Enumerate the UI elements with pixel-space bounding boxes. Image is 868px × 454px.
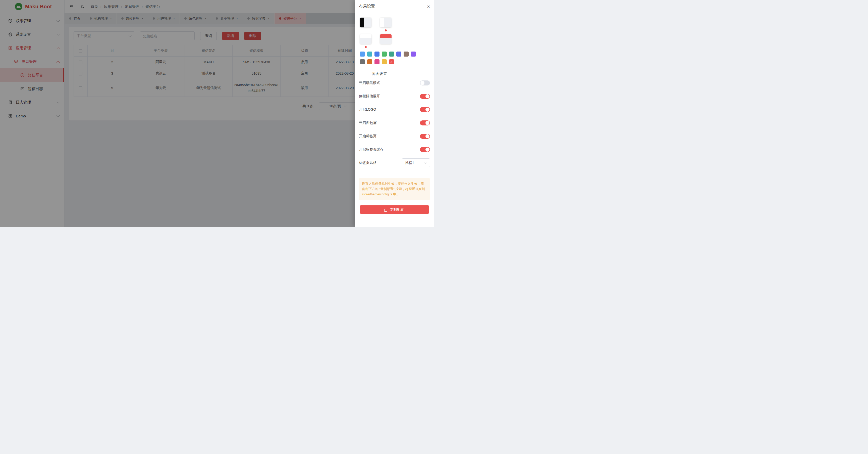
- theme-color-swatch[interactable]: [374, 52, 379, 57]
- tabs-cache-toggle[interactable]: [420, 147, 430, 152]
- check-icon: ✓: [390, 60, 393, 64]
- setting-sidebar-accordion: 侧栏排他展开: [359, 89, 430, 103]
- chevron-down-icon: [425, 161, 427, 164]
- theme-color-swatches: ✓: [359, 52, 419, 64]
- tabs-toggle[interactable]: [420, 134, 430, 139]
- layout-selected-dot: [385, 29, 387, 31]
- layout-option-light-sidebar[interactable]: [380, 18, 392, 27]
- theme-color-swatch[interactable]: [367, 59, 372, 64]
- setting-tabs: 开启标签页: [359, 130, 430, 143]
- tab-style-select[interactable]: 风格1: [402, 159, 430, 167]
- layout-settings-drawer: 布局设置 ×: [355, 0, 434, 227]
- layout-option-dark-sidebar[interactable]: [360, 18, 371, 27]
- setting-tab-style: 标签页风格 风格1: [359, 156, 430, 169]
- layout-thumb-header: [380, 34, 392, 38]
- copy-icon: [385, 208, 388, 211]
- theme-color-swatch[interactable]: [360, 59, 365, 64]
- interface-settings-title: 界面设置: [372, 72, 387, 76]
- copy-config-label: 复制配置: [390, 207, 404, 212]
- setting-label: 开启暗黑模式: [359, 81, 380, 85]
- theme-color-swatch[interactable]: [360, 52, 365, 57]
- setting-breadcrumb: 开启面包屑: [359, 116, 430, 130]
- copy-config-button[interactable]: 复制配置: [360, 205, 429, 214]
- settings-warning-alert: 设置之后仅是临时生效，要想永久生效，需点击下方的 "复制配置" 按钮，将配置替换…: [359, 178, 430, 200]
- tab-style-value: 风格1: [405, 161, 414, 165]
- logo-toggle[interactable]: [420, 107, 430, 112]
- layout-thumb-content: [384, 18, 392, 27]
- layout-thumb-sidebar: [360, 18, 364, 27]
- modal-overlay[interactable]: [0, 0, 355, 227]
- theme-color-swatch[interactable]: [411, 52, 416, 57]
- breadcrumb-toggle[interactable]: [420, 120, 430, 125]
- layout-options: [359, 18, 430, 44]
- theme-color-swatch-selected[interactable]: ✓: [389, 59, 394, 64]
- close-icon[interactable]: ×: [427, 4, 430, 9]
- sidebar-accordion-toggle[interactable]: [420, 94, 430, 99]
- layout-thumb-content: [364, 18, 371, 27]
- setting-label: 标签页风格: [359, 161, 376, 165]
- drawer-header: 布局设置 ×: [355, 0, 434, 13]
- layout-option-top-white-header[interactable]: [360, 34, 371, 44]
- setting-tabs-cache: 开启标签页缓存: [359, 143, 430, 156]
- setting-label: 开启标签页: [359, 134, 376, 139]
- theme-color-swatch[interactable]: [382, 59, 387, 64]
- layout-option-top-primary-header[interactable]: [380, 34, 392, 44]
- layout-thumb-sidebar: [380, 18, 384, 27]
- dark-mode-toggle[interactable]: [420, 80, 430, 85]
- setting-dark-mode: 开启暗黑模式: [359, 76, 430, 89]
- theme-color-swatch[interactable]: [382, 52, 387, 57]
- layout-selected-dot: [365, 46, 367, 48]
- theme-color-swatch[interactable]: [396, 52, 401, 57]
- setting-label: 开启面包屑: [359, 121, 376, 125]
- setting-label: 侧栏排他展开: [359, 94, 380, 98]
- setting-logo: 开启LOGO: [359, 103, 430, 116]
- setting-label: 开启标签页缓存: [359, 147, 383, 152]
- drawer-body: ✓ 界面设置 开启暗黑模式 侧栏排他展开 开启LOGO 开启面包屑 开启标签页: [355, 13, 434, 227]
- theme-color-swatch[interactable]: [404, 52, 409, 57]
- interface-settings-divider: 界面设置: [359, 72, 430, 76]
- theme-color-swatch[interactable]: [389, 52, 394, 57]
- setting-label: 开启LOGO: [359, 107, 376, 112]
- drawer-title: 布局设置: [359, 4, 375, 9]
- theme-color-swatch[interactable]: [374, 59, 379, 64]
- theme-color-swatch[interactable]: [367, 52, 372, 57]
- layout-thumb-header: [360, 34, 371, 38]
- drawer-divider: [359, 173, 430, 173]
